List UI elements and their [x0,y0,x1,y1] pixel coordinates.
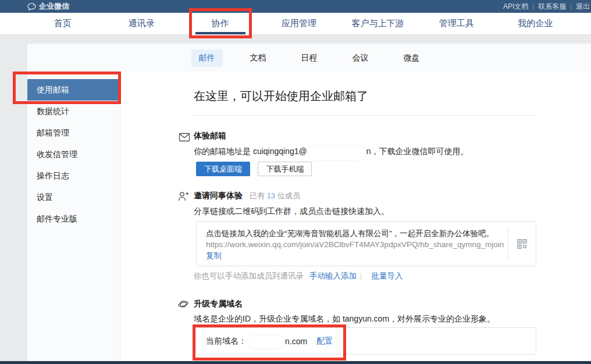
nav-tab-my-company[interactable]: 我的企业 [496,13,575,34]
share-link-content: 点击链接加入我的企业“芜湖海音智能机器人有限公司”，一起开启全新办公体验吧。 h… [197,222,508,266]
qr-code-button[interactable] [508,227,536,260]
sidebar-item-logs[interactable]: 操作日志 [27,165,120,187]
mailbox-address-suffix: n，下载企业微信即可使用。 [366,147,469,156]
sidebar-item-mailbox-mgmt[interactable]: 邮箱管理 [27,122,120,144]
invite-desc: 分享链接或二维码到工作群，成员点击链接快速加入。 [194,206,389,217]
sidebar-item-mail-pro[interactable]: 邮件专业版 [27,208,120,230]
nav-tab-label: 管理工具 [439,18,474,29]
manual-add-text: 你也可以手动添加成员到通讯录 [194,272,304,280]
sidebar-item-label: 邮件专业版 [37,214,77,224]
configure-domain-link[interactable]: 配置 [316,336,333,347]
badge-prefix: 已有 [250,191,267,200]
content-panel: 邮件 文档 日程 会议 微盘 使用邮箱 数据统计 邮箱管理 收发信管理 操作日志… [27,44,591,361]
subtab-calendar[interactable]: 日程 [294,49,325,67]
censored-domain-name [248,336,284,348]
topbar-separator: | [570,3,572,10]
current-domain-box: 当前域名：n.com 配置 [196,327,536,355]
mailbox-section-heading: 体验邮箱 [194,131,226,141]
nav-tab-customers[interactable]: 客户与上下游 [339,13,417,34]
sidebar-item-label: 数据统计 [37,106,69,117]
link-separator: | [360,272,362,280]
download-buttons: 下载桌面端 下载手机端 [196,162,312,176]
invite-section-heading: 邀请同事体验已有 13 位成员 [194,191,300,201]
person-add-icon [177,191,189,205]
batch-import-link[interactable]: 批量导入 [372,272,403,280]
manual-input-add-link[interactable]: 手动输入添加 [309,272,357,280]
logout-link[interactable]: 退出 [576,2,590,12]
nav-tab-label: 通讯录 [129,18,155,29]
current-domain-label: 当前域名： [206,336,247,347]
sidebar-item-use-mailbox[interactable]: 使用邮箱 [27,79,120,101]
censored-email-domain [308,146,366,160]
active-tab-underline [195,32,245,34]
sidebar-item-label: 使用邮箱 [37,85,69,95]
collab-subtabs: 邮件 文档 日程 会议 微盘 [27,44,591,73]
nav-tab-label: 应用管理 [282,18,316,29]
share-link-box: 点击链接加入我的企业“芜湖海音智能机器人有限公司”，一起开启全新办公体验吧。 h… [196,221,536,266]
share-invite-text: 点击链接加入我的企业“芜湖海音智能机器人有限公司”，一起开启全新办公体验吧。 [206,228,508,239]
nav-tab-label: 客户与上下游 [351,18,404,29]
sidebar-item-label: 邮箱管理 [37,128,69,138]
mail-sidebar: 使用邮箱 数据统计 邮箱管理 收发信管理 操作日志 设置 邮件专业版 [27,73,120,361]
title-divider [194,115,536,116]
sidebar-item-label: 操作日志 [37,171,69,181]
subtab-meeting[interactable]: 会议 [345,49,376,67]
page-title: 在这里，可以开始使用企业邮箱了 [194,88,368,104]
nav-tab-collaboration[interactable]: 协作 [181,13,259,34]
chat-bubble-icon [27,3,36,10]
nav-tab-label: 我的企业 [518,18,553,29]
enterprise-wechat-admin: 企业微信 API文档 | 联系客服 | 退出 首页 通讯录 协作 应用管理 客户… [0,0,591,364]
current-domain-suffix: n.com [285,337,307,346]
subtab-docs[interactable]: 文档 [243,49,274,67]
domain-desc: 域名是企业的ID，升级企业专属域名，如 tangyun.com，对外展示专业的企… [194,314,495,324]
download-mobile-button[interactable]: 下载手机端 [258,162,312,176]
primary-nav: 首页 通讯录 协作 应用管理 客户与上下游 管理工具 我的企业 [0,13,591,35]
member-count-badge: 已有 13 位成员 [250,191,300,200]
nav-tab-contacts[interactable]: 通讯录 [102,13,180,34]
envelope-icon [179,131,190,145]
app-logo-label: 企业微信 [39,1,69,12]
badge-suffix: 位成员 [275,191,300,200]
nav-tab-label: 协作 [212,18,229,29]
bottom-bar [0,361,591,364]
nav-tab-apps[interactable]: 应用管理 [259,13,338,34]
nav-tab-tools[interactable]: 管理工具 [417,13,496,34]
sidebar-item-statistics[interactable]: 数据统计 [27,101,120,122]
top-bar: 企业微信 API文档 | 联系客服 | 退出 [0,0,591,13]
nav-tab-label: 首页 [54,18,72,29]
invite-heading-label: 邀请同事体验 [194,191,243,200]
manual-add-row: 你也可以手动添加成员到通讯录手动输入添加|批量导入 [194,271,403,281]
subtab-drive[interactable]: 微盘 [396,49,428,67]
api-docs-link[interactable]: API文档 [503,2,528,12]
domain-globe-icon [177,298,189,312]
topbar-links: API文档 | 联系客服 | 退出 [503,2,590,12]
sidebar-item-send-receive[interactable]: 收发信管理 [27,144,120,165]
sidebar-item-label: 设置 [37,192,53,203]
main-content: 在这里，可以开始使用企业邮箱了 体验邮箱 你的邮箱地址是 cuiqingqing… [121,73,591,361]
download-desktop-button[interactable]: 下载桌面端 [196,162,250,176]
sidebar-item-settings[interactable]: 设置 [27,187,120,208]
domain-section-heading: 升级专属域名 [194,299,243,309]
copy-link[interactable]: 复制 [206,251,222,260]
badge-count: 13 [267,191,275,200]
qr-code-icon [517,239,527,249]
mailbox-address-prefix: 你的邮箱地址是 cuiqingqing1@ [194,147,307,156]
share-invite-url: https://work.weixin.qq.com/join/aV2BClbv… [206,239,508,250]
subtab-mail[interactable]: 邮件 [191,49,223,67]
nav-tab-home[interactable]: 首页 [23,13,102,34]
app-logo[interactable]: 企业微信 [27,1,69,12]
topbar-separator: | [532,3,534,10]
contact-support-link[interactable]: 联系客服 [538,2,566,12]
mailbox-address-text: 你的邮箱地址是 cuiqingqing1@n，下载企业微信即可使用。 [194,146,469,158]
sidebar-item-label: 收发信管理 [37,149,77,160]
